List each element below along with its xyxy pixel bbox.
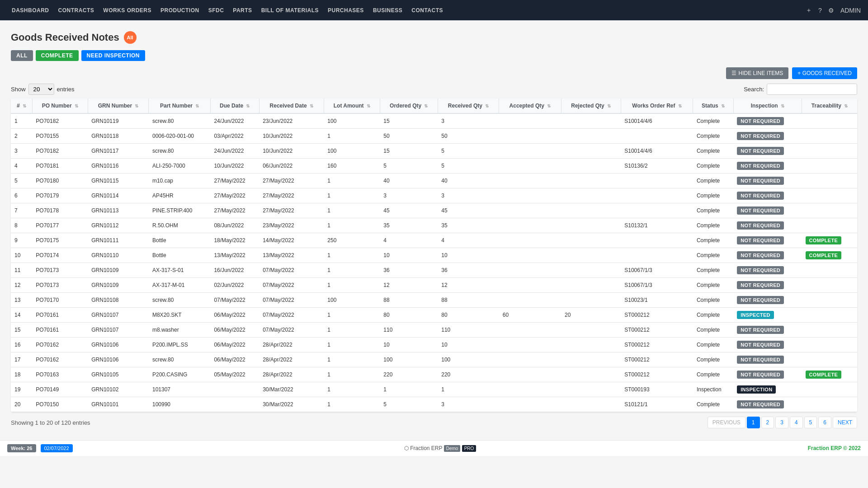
cell-inspection: NOT REQUIRED (733, 174, 802, 188)
cell-part: 100990 (149, 397, 210, 412)
filter-need-inspection-button[interactable]: NEED INSPECTION (81, 50, 146, 61)
cell-inspection: NOT REQUIRED (733, 203, 802, 218)
cell-part: m10.cap (149, 174, 210, 188)
col-lot-amount[interactable]: Lot Amount ⇅ (324, 99, 380, 113)
cell-part: 0006-020-001-00 (149, 129, 210, 144)
add-icon[interactable]: ＋ (806, 6, 812, 14)
cell-received: 27/May/2022 (259, 174, 324, 188)
cell-lot: 1 (324, 218, 380, 233)
col-status[interactable]: Status ⇅ (693, 99, 733, 113)
cell-traceability (802, 113, 857, 129)
page-6-button[interactable]: 6 (818, 417, 831, 428)
page-4-button[interactable]: 4 (790, 417, 803, 428)
cell-inspection: NOT REQUIRED (733, 233, 802, 248)
cell-po: PO70161 (32, 308, 88, 323)
cell-received-qty: 88 (438, 293, 499, 308)
cell-status: Complete (693, 218, 733, 233)
cell-po: PO70173 (32, 263, 88, 278)
col-works-order-ref[interactable]: Works Order Ref ⇅ (621, 99, 693, 113)
nav-parts[interactable]: PARTS (228, 0, 256, 20)
cell-ordered: 12 (380, 278, 438, 293)
cell-due: 27/May/2022 (210, 174, 259, 188)
cell-rejected (561, 233, 621, 248)
col-rejected-qty[interactable]: Rejected Qty ⇅ (561, 99, 621, 113)
nav-sfdc[interactable]: SFDC (204, 0, 229, 20)
cell-status: Complete (693, 263, 733, 278)
col-grn-number[interactable]: GRN Number ⇅ (88, 99, 149, 113)
nav-bom[interactable]: BILL OF MATERIALS (257, 0, 323, 20)
table-row: 12 PO70173 GRN10109 AX-317-M-01 02/Jun/2… (11, 278, 857, 293)
cell-num: 18 (11, 367, 32, 382)
col-po-number[interactable]: PO Number ⇅ (32, 99, 88, 113)
help-icon[interactable]: ? (818, 7, 822, 14)
col-received-date[interactable]: Received Date ⇅ (259, 99, 324, 113)
showing-text: Showing 1 to 20 of 120 entries (11, 419, 90, 426)
cell-ordered: 100 (380, 352, 438, 367)
cell-status: Complete (693, 323, 733, 338)
nav-production[interactable]: PRODUCTION (156, 0, 204, 20)
page-3-button[interactable]: 3 (775, 417, 788, 428)
nav-works-orders[interactable]: WORKS ORDERS (99, 0, 156, 20)
cell-ordered: 5 (380, 159, 438, 174)
prev-button[interactable]: PREVIOUS (708, 417, 745, 428)
cell-grn: GRN10108 (88, 293, 149, 308)
cell-rejected (561, 263, 621, 278)
col-due-date[interactable]: Due Date ⇅ (210, 99, 259, 113)
cell-rejected (561, 218, 621, 233)
cell-num: 12 (11, 278, 32, 293)
cell-part: PINE.STRIP.400 (149, 203, 210, 218)
cell-rejected (561, 113, 621, 129)
table-row: 13 PO70170 GRN10108 screw.80 07/May/2022… (11, 293, 857, 308)
cell-lot: 1 (324, 129, 380, 144)
nav-contracts[interactable]: CONTRACTS (54, 0, 99, 20)
filter-all-button[interactable]: ALL (11, 50, 33, 61)
cell-ordered: 220 (380, 367, 438, 382)
cell-inspection: NOT REQUIRED (733, 188, 802, 203)
cell-received-qty: 45 (438, 203, 499, 218)
col-accepted-qty[interactable]: Accepted Qty ⇅ (499, 99, 561, 113)
table-row: 14 PO70161 GRN10107 M8X20.SKT 06/May/202… (11, 308, 857, 323)
nav-contacts[interactable]: CONTACTS (407, 0, 448, 20)
cell-inspection: NOT REQUIRED (733, 293, 802, 308)
cell-po: PO70162 (32, 352, 88, 367)
cell-traceability (802, 397, 857, 412)
filter-complete-button[interactable]: COMPLETE (36, 50, 79, 61)
col-ordered-qty[interactable]: Ordered Qty ⇅ (380, 99, 438, 113)
cell-status: Complete (693, 129, 733, 144)
cell-rejected (561, 203, 621, 218)
cell-grn: GRN10106 (88, 338, 149, 352)
search-input[interactable] (767, 84, 857, 95)
next-button[interactable]: NEXT (833, 417, 857, 428)
cell-rejected (561, 129, 621, 144)
goods-received-button[interactable]: + GOODS RECEIVED (792, 67, 857, 79)
cell-due: 13/May/2022 (210, 248, 259, 263)
hide-line-items-button[interactable]: ☰ HIDE LINE ITEMS (726, 67, 789, 79)
col-num[interactable]: # ⇅ (11, 99, 32, 113)
page-1-button[interactable]: 1 (747, 417, 760, 428)
cell-received: 10/Jun/2022 (259, 129, 324, 144)
cell-num: 13 (11, 293, 32, 308)
col-received-qty[interactable]: Received Qty ⇅ (438, 99, 499, 113)
navbar: DASHBOARD CONTRACTS WORKS ORDERS PRODUCT… (0, 0, 868, 20)
settings-icon[interactable]: ⚙ (828, 7, 834, 14)
nav-purchases[interactable]: PURCHASES (323, 0, 368, 20)
col-part-number[interactable]: Part Number ⇅ (149, 99, 210, 113)
nav-dashboard[interactable]: DASHBOARD (7, 0, 54, 20)
cell-traceability (802, 263, 857, 278)
cell-num: 1 (11, 113, 32, 129)
cell-part: ALI-250-7000 (149, 159, 210, 174)
cell-part: screw.80 (149, 293, 210, 308)
entries-select[interactable]: 10 20 50 100 (28, 84, 54, 95)
nav-business[interactable]: BUSINESS (368, 0, 407, 20)
cell-received-qty: 40 (438, 174, 499, 188)
page-5-button[interactable]: 5 (804, 417, 817, 428)
admin-label[interactable]: ADMIN (840, 7, 861, 14)
col-inspection[interactable]: Inspection ⇅ (733, 99, 802, 113)
toolbar: ☰ HIDE LINE ITEMS + GOODS RECEIVED (11, 67, 857, 79)
cell-rejected (561, 397, 621, 412)
page-header: Goods Received Notes All (11, 31, 857, 44)
cell-accepted (499, 248, 561, 263)
col-traceability[interactable]: Traceability ⇅ (802, 99, 857, 113)
page-2-button[interactable]: 2 (761, 417, 774, 428)
cell-works-ref: S10014/4/6 (621, 113, 693, 129)
